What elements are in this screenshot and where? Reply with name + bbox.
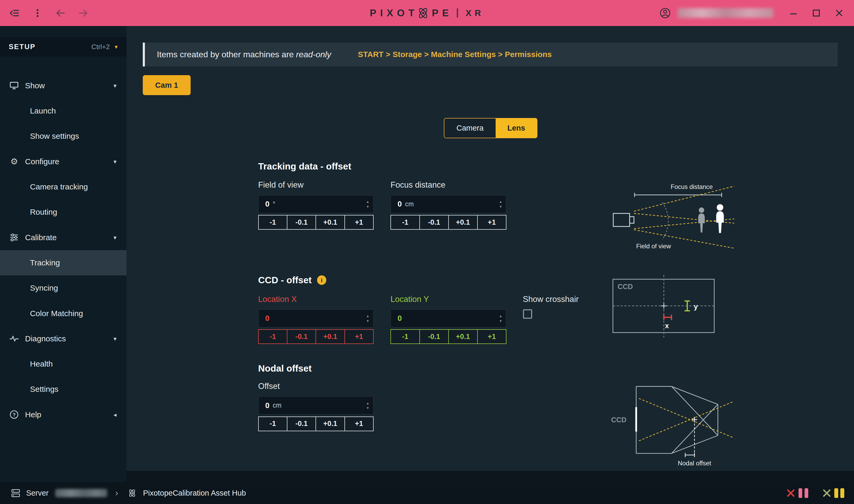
status-pause-bar[interactable] — [805, 488, 808, 498]
diagram-focus-distance-label: Focus distance — [671, 183, 713, 190]
status-pause-bar[interactable] — [840, 488, 844, 498]
step-minus-0-1-button[interactable]: -0.1 — [419, 329, 449, 344]
focus-distance-group: Focus distance 0 cm ▴▾ -1 -0.1 +0.1 +1 — [390, 180, 506, 230]
spinner-arrows[interactable]: ▴▾ — [500, 310, 502, 327]
camera-lens-toggle: Camera Lens — [444, 118, 537, 138]
sidebar-item-routing[interactable]: Routing — [0, 199, 126, 225]
collapse-sidebar-icon[interactable] — [9, 7, 21, 19]
focus-distance-value: 0 — [398, 200, 402, 209]
nodal-diagram: CCD Nodal offset — [609, 375, 734, 468]
forward-arrow-icon[interactable] — [77, 7, 89, 19]
step-minus-0-1-button[interactable]: -0.1 — [419, 215, 449, 230]
sidebar-item-show-settings[interactable]: Show settings — [0, 124, 126, 149]
spinner-arrows[interactable]: ▴▾ — [367, 196, 369, 213]
step-plus-1-button[interactable]: +1 — [345, 215, 373, 230]
status-pause-bar[interactable] — [834, 488, 838, 498]
sliders-icon — [9, 233, 19, 242]
banner-message: Items created by other machines areread-… — [157, 50, 331, 59]
info-icon[interactable]: i — [317, 275, 326, 285]
location-y-input[interactable]: 0 ▴▾ — [390, 309, 506, 328]
pixotope-logo: PIXOT PE XR — [370, 0, 484, 26]
step-plus-0-1-button[interactable]: +0.1 — [315, 416, 345, 431]
sidebar-item-show[interactable]: Show ▾ — [0, 73, 126, 98]
sidebar-item-syncing[interactable]: Syncing — [0, 275, 126, 301]
logo-text-left: PIXOT — [370, 7, 418, 19]
step-plus-1-button[interactable]: +1 — [477, 215, 507, 230]
status-stop-icon-red[interactable] — [785, 488, 796, 499]
spinner-arrows[interactable]: ▴▾ — [367, 310, 369, 327]
location-y-value: 0 — [398, 314, 402, 323]
diagram-nodal-offset-label: Nodal offset — [678, 460, 711, 467]
cam1-tab[interactable]: Cam 1 — [143, 75, 191, 95]
field-of-view-label: Field of view — [258, 180, 373, 190]
location-x-group: Location X 0 ▴▾ -1 -0.1 +0.1 +1 — [258, 294, 373, 344]
step-plus-1-button[interactable]: +1 — [477, 329, 507, 344]
sidebar-item-color-matching[interactable]: Color Matching — [0, 301, 126, 326]
account-icon[interactable] — [659, 7, 671, 19]
field-of-view-input[interactable]: 0 ° ▴▾ — [258, 195, 373, 213]
product-name: XR — [466, 8, 484, 18]
sidebar-item-camera-tracking[interactable]: Camera tracking — [0, 174, 126, 199]
sidebar-item-launch[interactable]: Launch — [0, 98, 126, 124]
back-arrow-icon[interactable] — [54, 7, 67, 19]
step-plus-0-1-button[interactable]: +0.1 — [448, 329, 478, 344]
step-minus-1-button[interactable]: -1 — [390, 329, 420, 344]
show-crosshair-checkbox[interactable] — [523, 309, 532, 319]
step-minus-1-button[interactable]: -1 — [258, 416, 287, 431]
asset-hub-label[interactable]: PixotopeCalibration Asset Hub — [143, 489, 246, 498]
location-y-step-buttons: -1 -0.1 +0.1 +1 — [390, 329, 506, 344]
step-minus-1-button[interactable]: -1 — [390, 215, 420, 230]
tab-lens[interactable]: Lens — [495, 119, 537, 138]
chevron-right-icon: › — [115, 488, 118, 498]
location-x-label: Location X — [258, 294, 373, 304]
sidebar-item-label: Color Matching — [30, 309, 83, 318]
focus-distance-input[interactable]: 0 cm ▴▾ — [390, 195, 506, 213]
setup-dropdown[interactable]: SETUP Ctrl+2 ▾ — [0, 37, 126, 57]
location-x-step-buttons: -1 -0.1 +0.1 +1 — [258, 329, 373, 344]
nodal-offset-unit: cm — [273, 402, 281, 409]
sidebar-item-settings[interactable]: Settings — [0, 377, 126, 402]
show-icon — [9, 81, 19, 90]
sidebar-item-configure[interactable]: ⚙ Configure ▾ — [0, 149, 126, 174]
titlebar: PIXOT PE XR — [0, 0, 854, 26]
diagram-ccd-label: CCD — [617, 283, 633, 291]
sidebar-item-tracking[interactable]: Tracking — [0, 250, 126, 275]
sidebar-item-health[interactable]: Health — [0, 351, 126, 377]
white-person-figure — [716, 204, 724, 233]
sidebar-item-diagnostics[interactable]: Diagnostics ▾ — [0, 326, 126, 351]
gray-person-figure — [698, 207, 705, 232]
sidebar-item-label: Tracking — [30, 258, 60, 267]
location-x-value: 0 — [265, 314, 269, 323]
minimize-button[interactable] — [787, 7, 800, 19]
show-crosshair-group: Show crosshair — [523, 294, 579, 319]
server-label[interactable]: Server — [26, 489, 48, 498]
status-pause-bar[interactable] — [799, 488, 802, 498]
spinner-arrows[interactable]: ▴▾ — [500, 196, 502, 213]
tab-camera[interactable]: Camera — [445, 119, 495, 138]
step-plus-1-button[interactable]: +1 — [345, 329, 373, 344]
location-y-label: Location Y — [390, 294, 506, 304]
step-minus-0-1-button[interactable]: -0.1 — [287, 416, 316, 431]
close-button[interactable] — [833, 7, 845, 19]
step-minus-1-button[interactable]: -1 — [258, 215, 287, 230]
step-minus-1-button[interactable]: -1 — [258, 329, 287, 344]
step-plus-0-1-button[interactable]: +0.1 — [315, 329, 345, 344]
sidebar-item-label: Show — [25, 81, 45, 90]
step-plus-0-1-button[interactable]: +0.1 — [448, 215, 478, 230]
step-plus-1-button[interactable]: +1 — [345, 416, 373, 431]
field-of-view-value: 0 — [265, 200, 269, 209]
step-plus-0-1-button[interactable]: +0.1 — [315, 215, 345, 230]
field-of-view-step-buttons: -1 -0.1 +0.1 +1 — [258, 215, 373, 230]
step-minus-0-1-button[interactable]: -0.1 — [287, 329, 316, 344]
status-stop-icon-olive[interactable] — [821, 488, 832, 499]
step-minus-0-1-button[interactable]: -0.1 — [287, 215, 316, 230]
location-x-input[interactable]: 0 ▴▾ — [258, 309, 373, 328]
breadcrumb[interactable]: START > Storage > Machine Settings > Per… — [358, 50, 552, 59]
spinner-arrows[interactable]: ▴▾ — [367, 397, 369, 414]
maximize-button[interactable] — [811, 7, 822, 19]
menu-dots-icon[interactable] — [32, 7, 43, 19]
nodal-offset-input[interactable]: 0 cm ▴▾ — [258, 396, 373, 415]
sidebar-item-calibrate[interactable]: Calibrate ▾ — [0, 225, 126, 250]
user-email-redacted — [678, 8, 773, 18]
sidebar-item-help[interactable]: ? Help ◂ — [0, 402, 126, 427]
